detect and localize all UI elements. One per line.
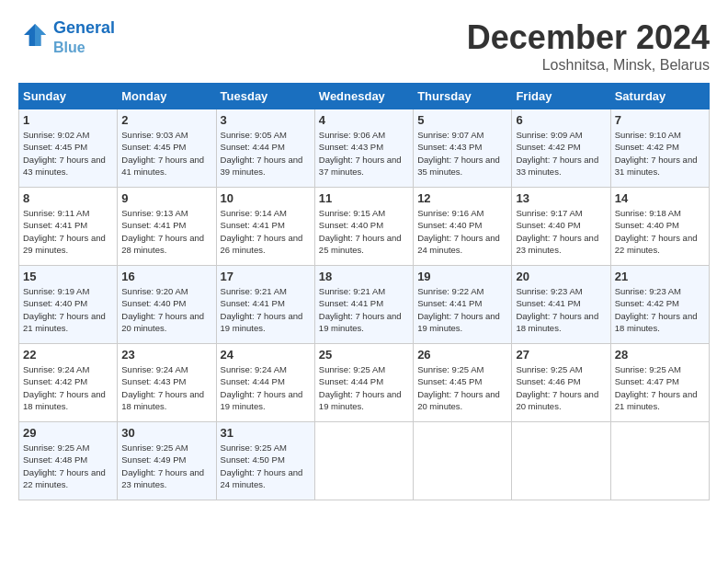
day-number: 30 bbox=[121, 426, 211, 440]
weekday-header: Thursday bbox=[414, 84, 512, 109]
day-number: 17 bbox=[221, 270, 311, 283]
day-number: 23 bbox=[121, 348, 211, 362]
weekday-header: Sunday bbox=[19, 84, 118, 109]
day-number: 31 bbox=[221, 426, 311, 440]
day-info: Sunrise: 9:20 AM Sunset: 4:40 PM Dayligh… bbox=[121, 285, 211, 334]
calendar-cell: 28Sunrise: 9:25 AM Sunset: 4:47 PM Dayli… bbox=[610, 344, 709, 422]
day-number: 11 bbox=[319, 191, 409, 205]
calendar-cell: 19Sunrise: 9:22 AM Sunset: 4:41 PM Dayli… bbox=[414, 266, 512, 344]
calendar-cell bbox=[610, 422, 709, 500]
day-number: 7 bbox=[615, 113, 705, 127]
day-info: Sunrise: 9:24 AM Sunset: 4:43 PM Dayligh… bbox=[121, 363, 211, 412]
day-number: 8 bbox=[23, 191, 113, 205]
calendar-cell: 6Sunrise: 9:09 AM Sunset: 4:42 PM Daylig… bbox=[512, 109, 610, 188]
day-number: 4 bbox=[319, 113, 409, 127]
calendar-cell: 26Sunrise: 9:25 AM Sunset: 4:45 PM Dayli… bbox=[414, 344, 512, 422]
day-number: 15 bbox=[23, 270, 113, 283]
day-info: Sunrise: 9:09 AM Sunset: 4:42 PM Dayligh… bbox=[516, 129, 606, 178]
day-number: 28 bbox=[615, 348, 705, 362]
calendar-cell: 21Sunrise: 9:23 AM Sunset: 4:42 PM Dayli… bbox=[610, 266, 709, 344]
day-number: 6 bbox=[516, 113, 606, 127]
calendar-cell: 24Sunrise: 9:24 AM Sunset: 4:44 PM Dayli… bbox=[216, 344, 314, 422]
day-info: Sunrise: 9:05 AM Sunset: 4:44 PM Dayligh… bbox=[221, 129, 311, 178]
day-info: Sunrise: 9:21 AM Sunset: 4:41 PM Dayligh… bbox=[319, 285, 409, 334]
day-number: 29 bbox=[23, 426, 113, 440]
calendar-cell: 4Sunrise: 9:06 AM Sunset: 4:43 PM Daylig… bbox=[314, 109, 413, 188]
calendar-cell: 25Sunrise: 9:25 AM Sunset: 4:44 PM Dayli… bbox=[314, 344, 413, 422]
title-block: December 2024 Loshnitsa, Minsk, Belarus bbox=[467, 18, 710, 74]
calendar-cell: 13Sunrise: 9:17 AM Sunset: 4:40 PM Dayli… bbox=[512, 188, 610, 266]
calendar-cell: 9Sunrise: 9:13 AM Sunset: 4:41 PM Daylig… bbox=[118, 188, 216, 266]
calendar-cell: 16Sunrise: 9:20 AM Sunset: 4:40 PM Dayli… bbox=[118, 266, 216, 344]
calendar-cell: 17Sunrise: 9:21 AM Sunset: 4:41 PM Dayli… bbox=[216, 266, 314, 344]
day-number: 5 bbox=[417, 113, 507, 127]
day-info: Sunrise: 9:25 AM Sunset: 4:47 PM Dayligh… bbox=[615, 363, 705, 412]
page-header: General Blue December 2024 Loshnitsa, Mi… bbox=[18, 18, 710, 74]
month-title: December 2024 bbox=[467, 18, 710, 57]
day-number: 9 bbox=[121, 191, 211, 205]
calendar-cell: 12Sunrise: 9:16 AM Sunset: 4:40 PM Dayli… bbox=[414, 188, 512, 266]
day-info: Sunrise: 9:25 AM Sunset: 4:49 PM Dayligh… bbox=[121, 442, 211, 490]
calendar-cell: 29Sunrise: 9:25 AM Sunset: 4:48 PM Dayli… bbox=[19, 422, 118, 500]
day-number: 1 bbox=[23, 113, 113, 127]
day-info: Sunrise: 9:19 AM Sunset: 4:40 PM Dayligh… bbox=[23, 285, 113, 334]
day-number: 26 bbox=[417, 348, 507, 362]
calendar-cell: 27Sunrise: 9:25 AM Sunset: 4:46 PM Dayli… bbox=[512, 344, 610, 422]
day-info: Sunrise: 9:07 AM Sunset: 4:43 PM Dayligh… bbox=[417, 129, 507, 178]
calendar-cell: 14Sunrise: 9:18 AM Sunset: 4:40 PM Dayli… bbox=[610, 188, 709, 266]
day-number: 25 bbox=[319, 348, 409, 362]
day-number: 21 bbox=[615, 270, 705, 283]
calendar-cell: 18Sunrise: 9:21 AM Sunset: 4:41 PM Dayli… bbox=[314, 266, 413, 344]
day-info: Sunrise: 9:06 AM Sunset: 4:43 PM Dayligh… bbox=[319, 129, 409, 178]
calendar-cell: 11Sunrise: 9:15 AM Sunset: 4:40 PM Dayli… bbox=[314, 188, 413, 266]
calendar-cell: 7Sunrise: 9:10 AM Sunset: 4:42 PM Daylig… bbox=[610, 109, 709, 188]
calendar-cell: 8Sunrise: 9:11 AM Sunset: 4:41 PM Daylig… bbox=[19, 188, 118, 266]
day-number: 22 bbox=[23, 348, 113, 362]
day-number: 12 bbox=[417, 191, 507, 205]
weekday-header: Wednesday bbox=[314, 84, 413, 109]
calendar-cell: 1Sunrise: 9:02 AM Sunset: 4:45 PM Daylig… bbox=[19, 109, 118, 188]
day-info: Sunrise: 9:14 AM Sunset: 4:41 PM Dayligh… bbox=[221, 207, 311, 256]
logo: General Blue bbox=[18, 18, 115, 56]
day-info: Sunrise: 9:21 AM Sunset: 4:41 PM Dayligh… bbox=[221, 285, 311, 334]
calendar-cell: 15Sunrise: 9:19 AM Sunset: 4:40 PM Dayli… bbox=[19, 266, 118, 344]
day-info: Sunrise: 9:02 AM Sunset: 4:45 PM Dayligh… bbox=[23, 129, 113, 178]
day-info: Sunrise: 9:15 AM Sunset: 4:40 PM Dayligh… bbox=[319, 207, 409, 256]
calendar-cell: 5Sunrise: 9:07 AM Sunset: 4:43 PM Daylig… bbox=[414, 109, 512, 188]
day-number: 20 bbox=[516, 270, 606, 283]
day-info: Sunrise: 9:22 AM Sunset: 4:41 PM Dayligh… bbox=[417, 285, 507, 334]
day-info: Sunrise: 9:25 AM Sunset: 4:46 PM Dayligh… bbox=[516, 363, 606, 412]
day-info: Sunrise: 9:25 AM Sunset: 4:44 PM Dayligh… bbox=[319, 363, 409, 412]
day-number: 24 bbox=[221, 348, 311, 362]
calendar-cell: 3Sunrise: 9:05 AM Sunset: 4:44 PM Daylig… bbox=[216, 109, 314, 188]
calendar-cell: 31Sunrise: 9:25 AM Sunset: 4:50 PM Dayli… bbox=[216, 422, 314, 500]
day-info: Sunrise: 9:24 AM Sunset: 4:44 PM Dayligh… bbox=[221, 363, 311, 412]
weekday-header: Friday bbox=[512, 84, 610, 109]
day-number: 16 bbox=[121, 270, 211, 283]
day-number: 2 bbox=[121, 113, 211, 127]
weekday-header: Saturday bbox=[610, 84, 709, 109]
location-title: Loshnitsa, Minsk, Belarus bbox=[467, 57, 710, 74]
day-number: 14 bbox=[615, 191, 705, 205]
day-info: Sunrise: 9:17 AM Sunset: 4:40 PM Dayligh… bbox=[516, 207, 606, 256]
day-info: Sunrise: 9:18 AM Sunset: 4:40 PM Dayligh… bbox=[615, 207, 705, 256]
day-number: 27 bbox=[516, 348, 606, 362]
day-number: 13 bbox=[516, 191, 606, 205]
calendar-cell: 30Sunrise: 9:25 AM Sunset: 4:49 PM Dayli… bbox=[118, 422, 216, 500]
day-info: Sunrise: 9:11 AM Sunset: 4:41 PM Dayligh… bbox=[23, 207, 113, 256]
day-number: 3 bbox=[221, 113, 311, 127]
calendar-cell: 22Sunrise: 9:24 AM Sunset: 4:42 PM Dayli… bbox=[19, 344, 118, 422]
day-info: Sunrise: 9:25 AM Sunset: 4:45 PM Dayligh… bbox=[417, 363, 507, 412]
day-info: Sunrise: 9:03 AM Sunset: 4:45 PM Dayligh… bbox=[121, 129, 211, 178]
day-info: Sunrise: 9:24 AM Sunset: 4:42 PM Dayligh… bbox=[23, 363, 113, 412]
day-info: Sunrise: 9:10 AM Sunset: 4:42 PM Dayligh… bbox=[615, 129, 705, 178]
calendar-cell: 20Sunrise: 9:23 AM Sunset: 4:41 PM Dayli… bbox=[512, 266, 610, 344]
day-info: Sunrise: 9:23 AM Sunset: 4:41 PM Dayligh… bbox=[516, 285, 606, 334]
day-number: 10 bbox=[221, 191, 311, 205]
day-info: Sunrise: 9:25 AM Sunset: 4:48 PM Dayligh… bbox=[23, 442, 113, 490]
calendar-header: SundayMondayTuesdayWednesdayThursdayFrid… bbox=[19, 84, 710, 109]
calendar-cell bbox=[314, 422, 413, 500]
day-info: Sunrise: 9:23 AM Sunset: 4:42 PM Dayligh… bbox=[615, 285, 705, 334]
logo-icon bbox=[20, 20, 50, 50]
weekday-header: Monday bbox=[118, 84, 216, 109]
